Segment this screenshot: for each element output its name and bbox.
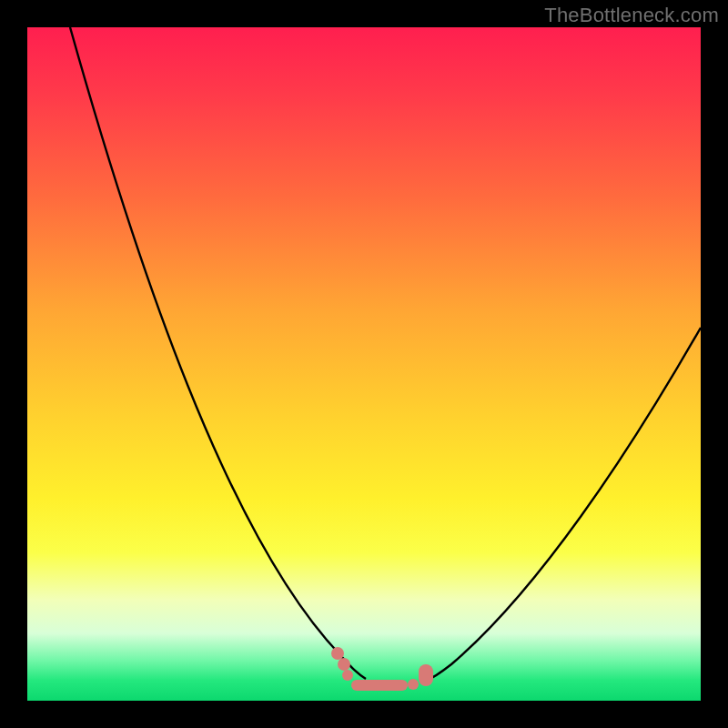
- plot-area: [27, 27, 701, 701]
- marker-dot: [342, 670, 353, 681]
- marker-layer: [331, 647, 433, 691]
- marker-dot: [408, 679, 419, 690]
- marker-pill: [351, 680, 408, 691]
- curve-right: [426, 328, 701, 681]
- marker-dot: [331, 647, 344, 660]
- marker-pill: [419, 664, 433, 686]
- chart-stage: TheBottleneck.com: [0, 0, 728, 728]
- curve-left: [70, 27, 366, 679]
- plot-svg: [27, 27, 701, 701]
- watermark-text: TheBottleneck.com: [544, 4, 719, 27]
- marker-dot: [338, 658, 350, 671]
